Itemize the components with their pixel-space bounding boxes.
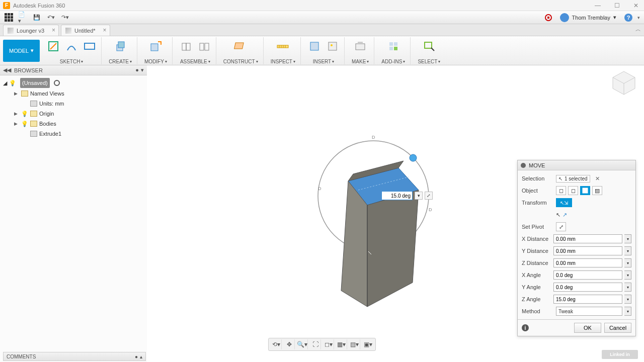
close-tab-icon[interactable]: × — [52, 27, 55, 34]
dropdown-icon[interactable]: ▾ — [624, 307, 631, 316]
joint-icon[interactable] — [180, 40, 193, 53]
dropdown-icon[interactable]: ▾ — [624, 283, 631, 292]
undo-icon[interactable]: ↶▾ — [46, 13, 55, 22]
lightbulb-icon[interactable]: 💡 — [9, 80, 16, 86]
y-distance-input[interactable] — [553, 246, 622, 255]
transform-rotate-icon[interactable]: ↗ — [562, 212, 567, 218]
tree-node-namedviews[interactable]: ▶Named Views — [3, 88, 144, 99]
ribbon-group-label[interactable]: ASSEMBLE▾ — [180, 59, 210, 64]
add-comment-icon[interactable]: ● — [135, 354, 138, 359]
press-pull-icon[interactable] — [149, 40, 162, 53]
as-built-joint-icon[interactable] — [198, 40, 211, 53]
close-tab-icon[interactable]: × — [103, 27, 107, 34]
addins-icon[interactable] — [387, 40, 400, 53]
tree-node-bodies[interactable]: ▶💡Bodies — [3, 119, 144, 129]
line-icon[interactable] — [65, 40, 78, 53]
select-icon[interactable] — [423, 40, 436, 53]
comments-bar[interactable]: COMMENTS ●▴ — [3, 352, 146, 361]
clear-selection-icon[interactable]: ✕ — [595, 175, 600, 182]
panel-pin-icon[interactable] — [521, 163, 526, 168]
expand-comments-icon[interactable]: ▴ — [140, 354, 142, 359]
transform-free-icon[interactable]: ↖⇲ — [556, 198, 572, 207]
expand-ribbon-icon[interactable]: ︿ — [635, 26, 641, 33]
lightbulb-icon[interactable]: 💡 — [21, 121, 28, 127]
dropdown-icon[interactable]: ▾ — [624, 234, 631, 243]
look-icon[interactable]: ◻▾ — [323, 339, 334, 349]
z-angle-input[interactable] — [553, 295, 622, 304]
cancel-button[interactable]: Cancel — [604, 323, 631, 333]
angle-input[interactable] — [381, 191, 413, 200]
ribbon-group-label[interactable]: SELECT▾ — [418, 59, 440, 64]
insert-decal-icon[interactable] — [326, 40, 339, 53]
new-sketch-icon[interactable] — [47, 40, 60, 53]
tree-node-extrude[interactable]: Extrude1 — [3, 129, 144, 139]
viewport-icon[interactable]: ▣▾ — [362, 339, 373, 349]
x-angle-input[interactable] — [553, 270, 622, 280]
print-3d-icon[interactable] — [354, 40, 367, 53]
ribbon-group-label[interactable]: ADD-INS▾ — [381, 59, 405, 64]
orbit-icon[interactable]: ⟲▾ — [271, 339, 282, 349]
ribbon-group-label[interactable]: MAKE▾ — [352, 59, 369, 64]
dropdown-icon[interactable]: ▾ — [624, 270, 631, 280]
ribbon-group-label[interactable]: SKETCH▾ — [60, 59, 84, 64]
minimize-button[interactable]: — — [593, 2, 603, 9]
set-pivot-icon[interactable]: ⤢ — [556, 222, 566, 231]
z-distance-input[interactable] — [553, 258, 622, 267]
dropdown-icon[interactable]: ▾ — [624, 295, 631, 304]
rectangle-icon[interactable] — [83, 40, 96, 53]
x-distance-input[interactable] — [553, 234, 622, 243]
ribbon-group-label[interactable]: INSERT▾ — [313, 59, 335, 64]
tree-node-units[interactable]: Units: mm — [3, 99, 144, 109]
display-icon[interactable]: ▦▾ — [336, 339, 347, 349]
info-icon[interactable]: i — [522, 324, 529, 331]
ribbon-group-label[interactable]: INSPECT▾ — [271, 59, 295, 64]
user-menu[interactable]: Thom Tremblay ▾ — [557, 13, 619, 22]
angle-pivot-icon[interactable]: ⤢ — [425, 192, 433, 200]
workspace-model-button[interactable]: MODEL ▾ — [3, 40, 40, 62]
pan-icon[interactable]: ✥ — [284, 339, 295, 349]
angle-dropdown-icon[interactable]: ▾ — [415, 192, 423, 200]
collapse-icon[interactable]: ◢ — [3, 80, 7, 86]
object-face-icon[interactable] — [580, 186, 590, 195]
view-cube[interactable] — [610, 68, 638, 97]
chevron-down-icon[interactable]: ▾ — [141, 67, 144, 73]
target-icon[interactable] — [54, 80, 60, 86]
dropdown-icon[interactable]: ▾ — [624, 246, 631, 255]
ribbon-group-label[interactable]: CREATE▾ — [109, 59, 132, 64]
transform-pointer-icon[interactable]: ↖ — [556, 212, 560, 218]
tree-root[interactable]: (Unsaved) — [20, 78, 50, 88]
ribbon-group-label[interactable]: MODIFY▾ — [144, 59, 167, 64]
help-icon[interactable]: ? — [624, 14, 632, 22]
file-menu-icon[interactable]: 📄▾ — [18, 13, 27, 22]
object-sketch-icon[interactable]: ▨ — [592, 186, 602, 195]
ribbon-group-label[interactable]: CONSTRUCT▾ — [223, 59, 258, 64]
tab-lounger[interactable]: Lounger v3 × — [3, 25, 59, 36]
dropdown-icon[interactable]: ▾ — [624, 258, 631, 267]
method-select[interactable]: Tweak — [556, 307, 622, 316]
close-button[interactable]: ✕ — [631, 2, 641, 9]
selection-value[interactable]: ↖1 selected — [556, 175, 590, 183]
zoom-icon[interactable]: 🔍▾ — [297, 339, 308, 349]
insert-derive-icon[interactable] — [308, 40, 321, 53]
redo-icon[interactable]: ↷▾ — [60, 13, 69, 22]
object-body-icon[interactable]: ◻ — [556, 186, 566, 195]
tree-node-origin[interactable]: ▶💡Origin — [3, 109, 144, 119]
extrude-icon[interactable] — [114, 40, 127, 53]
move-panel-header[interactable]: MOVE — [518, 160, 635, 170]
measure-icon[interactable] — [276, 40, 289, 53]
grid-icon[interactable]: ▤▾ — [349, 339, 360, 349]
save-icon[interactable]: 💾 — [32, 13, 41, 22]
record-icon[interactable] — [545, 14, 552, 21]
settings-dot-icon[interactable]: ● — [135, 67, 139, 73]
plane-icon[interactable] — [234, 40, 247, 53]
maximize-button[interactable]: ☐ — [612, 2, 622, 9]
fit-icon[interactable]: ⛶ — [310, 339, 321, 349]
object-component-icon[interactable]: ◻ — [568, 186, 578, 195]
lightbulb-icon[interactable]: 💡 — [21, 111, 28, 117]
grid-menu-icon[interactable] — [4, 13, 13, 22]
model-geometry[interactable]: D D D — [258, 106, 489, 317]
y-angle-input[interactable] — [553, 283, 622, 292]
tab-untitled[interactable]: Untitled* × — [61, 25, 110, 36]
collapse-icon[interactable]: ◀◀ — [3, 67, 11, 73]
ok-button[interactable]: OK — [574, 323, 601, 333]
